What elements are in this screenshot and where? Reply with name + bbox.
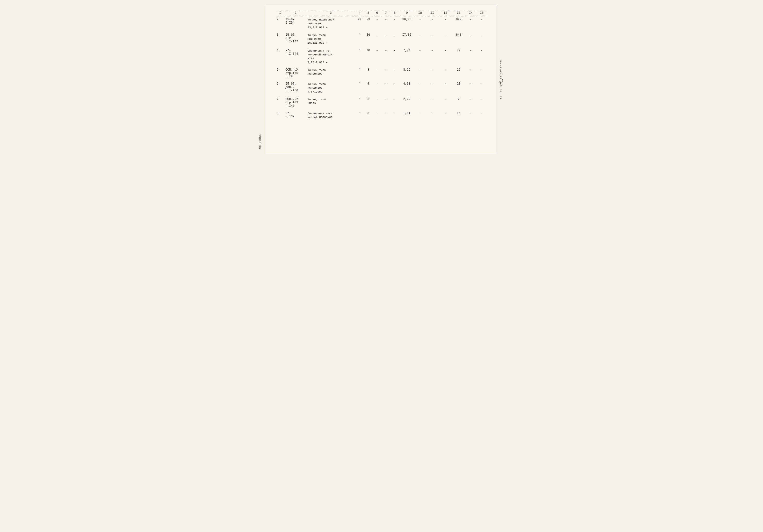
header-col-6: 6 <box>373 10 382 16</box>
cell-row3-col10: - <box>415 47 426 66</box>
cell-row1-col13: 829 <box>452 16 465 32</box>
cell-row3-col9: 7,74 <box>399 47 415 66</box>
cell-row6-col7: - <box>382 96 390 110</box>
cell-row3-col4: " <box>355 47 364 66</box>
cell-row1-col4: шт <box>355 16 364 32</box>
page-number-right: - I34 - <box>501 74 504 85</box>
table-row: 4-"- п.I-044Светильник по- толочный НШПО… <box>276 47 488 66</box>
cell-row4-col15: - <box>476 66 488 80</box>
cell-row4-col6: - <box>373 66 382 80</box>
cell-row5-col7: - <box>382 80 390 96</box>
cell-row2-col13: 643 <box>452 31 465 47</box>
table-header-row: I 2 3 4 5 6 7 8 9 IO II I2 I3 I4 I5 <box>276 10 488 16</box>
cell-row4-col5: 8 <box>364 66 373 80</box>
cell-row6-col6: - <box>373 96 382 110</box>
header-col-7: 7 <box>382 10 390 16</box>
table-row: 6I5-07, доп.2 п.I-I66То же, типа НСПО2хI… <box>276 80 488 96</box>
cell-row2-col4: " <box>355 31 364 47</box>
cell-row6-col13: 7 <box>452 96 465 110</box>
cell-row5-col3: То же, типа НСПО2хI00 4,6хI,082 <box>307 80 355 96</box>
table-row: 2I5-07 I-I54То же, подвесной ПВШ-2х40 33… <box>276 16 488 32</box>
cell-row5-col5: 4 <box>364 80 373 96</box>
cell-row1-col14: - <box>465 16 476 32</box>
cell-row2-col5: 36 <box>364 31 373 47</box>
main-table: I 2 3 4 5 6 7 8 9 IO II I2 I3 I4 I5 2I5-… <box>276 10 488 121</box>
cell-row7-col8: - <box>390 110 399 121</box>
cell-row5-col2: I5-07, доп.2 п.I-I66 <box>284 80 306 96</box>
cell-row7-col5: 8 <box>364 110 373 121</box>
table-row: 8-"- п.I37Светильник нас- тенный НБ005х6… <box>276 110 488 121</box>
cell-row2-col8: - <box>390 31 399 47</box>
header-col-13: I3 <box>452 10 465 16</box>
cell-row5-col13: 20 <box>452 80 465 96</box>
cell-row1-col5: 23 <box>364 16 373 32</box>
cell-row6-col11: - <box>425 96 439 110</box>
cell-row5-col1: 6 <box>276 80 285 96</box>
cell-row2-col15: - <box>476 31 488 47</box>
cell-row6-col14: - <box>465 96 476 110</box>
cell-row7-col1: 8 <box>276 110 285 121</box>
cell-row7-col2: -"- п.I37 <box>284 110 306 121</box>
cell-row5-col11: - <box>425 80 439 96</box>
cell-row7-col3: Светильник нас- тенный НБ005х60 <box>307 110 355 121</box>
cell-row7-col13: I5 <box>452 110 465 121</box>
header-col-4: 4 <box>355 10 364 16</box>
cell-row5-col6: - <box>373 80 382 96</box>
cell-row7-col9: I,9I <box>399 110 415 121</box>
cell-row1-col12: - <box>439 16 452 32</box>
header-col-14: I4 <box>465 10 476 16</box>
page-container: 284-3-43.82 Д4б.60х ТI 19050-06 I 2 3 4 … <box>266 5 497 154</box>
cell-row3-col14: - <box>465 47 476 66</box>
cell-row6-col4: " <box>355 96 364 110</box>
cell-row1-col7: - <box>382 16 390 32</box>
cell-row5-col9: 4,98 <box>399 80 415 96</box>
cell-row2-col14: - <box>465 31 476 47</box>
cell-row6-col15: - <box>476 96 488 110</box>
header-col-15: I5 <box>476 10 488 16</box>
cell-row7-col7: - <box>382 110 390 121</box>
cell-row5-col12: - <box>439 80 452 96</box>
cell-row3-col6: - <box>373 47 382 66</box>
cell-row7-col6: - <box>373 110 382 121</box>
cell-row1-col6: - <box>373 16 382 32</box>
side-label-left: 19050-06 <box>259 134 261 149</box>
cell-row2-col12: - <box>439 31 452 47</box>
cell-row6-col1: 7 <box>276 96 285 110</box>
cell-row3-col8: - <box>390 47 399 66</box>
cell-row4-col10: - <box>415 66 426 80</box>
cell-row3-col13: 77 <box>452 47 465 66</box>
cell-row2-col1: 3 <box>276 31 285 47</box>
cell-row3-col11: - <box>425 47 439 66</box>
table-row: 7ССП.ч.У отр.I82 п.I40То же, типа НПОI9"… <box>276 96 488 110</box>
cell-row1-col2: I5-07 I-I54 <box>284 16 306 32</box>
cell-row7-col14: - <box>465 110 476 121</box>
cell-row6-col3: То же, типа НПОI9 <box>307 96 355 110</box>
cell-row3-col5: IO <box>364 47 373 66</box>
cell-row4-col4: " <box>355 66 364 80</box>
cell-row4-col8: - <box>390 66 399 80</box>
cell-row5-col8: - <box>390 80 399 96</box>
cell-row4-col7: - <box>382 66 390 80</box>
cell-row2-col2: I5-07- 8Iг п.I-I47 <box>284 31 306 47</box>
table-row: 5ССП.ч.У отр.I76 п.I9То же, типа НСП09х2… <box>276 66 488 80</box>
cell-row3-col15: - <box>476 47 488 66</box>
cell-row4-col1: 5 <box>276 66 285 80</box>
cell-row3-col1: 4 <box>276 47 285 66</box>
cell-row1-col10: - <box>415 16 426 32</box>
cell-row2-col7: - <box>382 31 390 47</box>
header-col-10: IO <box>415 10 426 16</box>
cell-row1-col8: - <box>390 16 399 32</box>
header-col-1: I <box>276 10 285 16</box>
cell-row6-col8: - <box>390 96 399 110</box>
header-col-2: 2 <box>284 10 306 16</box>
cell-row4-col12: - <box>439 66 452 80</box>
cell-row4-col13: 26 <box>452 66 465 80</box>
header-col-5: 5 <box>364 10 373 16</box>
header-col-8: 8 <box>390 10 399 16</box>
cell-row6-col9: 2,22 <box>399 96 415 110</box>
cell-row7-col10: - <box>415 110 426 121</box>
header-col-3: 3 <box>307 10 355 16</box>
cell-row1-col15: - <box>476 16 488 32</box>
cell-row5-col4: " <box>355 80 364 96</box>
cell-row1-col1: 2 <box>276 16 285 32</box>
